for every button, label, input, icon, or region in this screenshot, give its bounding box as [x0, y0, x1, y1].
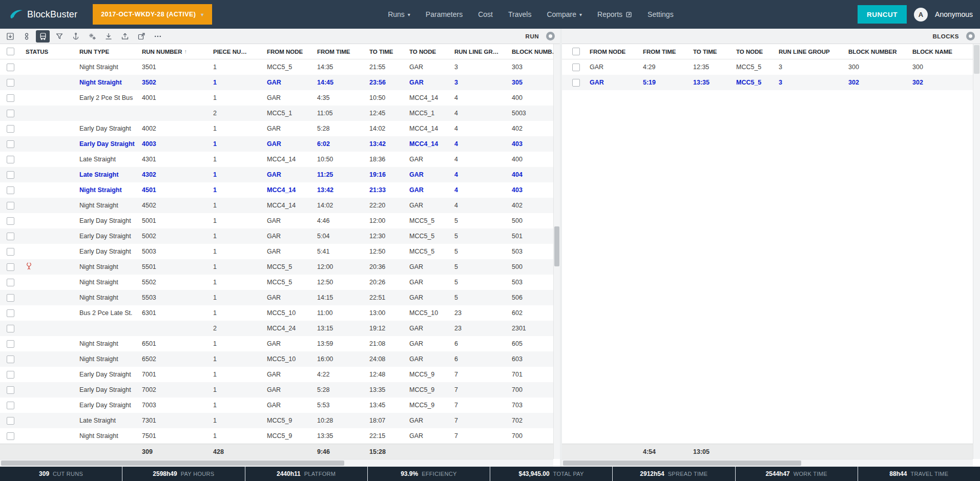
- run-table-row[interactable]: Late Straight 7301 1 MCC5_9 10:28 18:07 …: [0, 413, 553, 428]
- blocks-horizontal-scrollbar[interactable]: [562, 459, 973, 467]
- blocks-table-row[interactable]: GAR 4:29 12:35 MCC5_5 3 300 300: [562, 59, 973, 75]
- nav-menu-item[interactable]: Settings: [648, 10, 674, 18]
- scenario-selector-button[interactable]: 2017-OCT-WKDY-28 (ACTIVE) ▾: [93, 4, 212, 25]
- col-to-node[interactable]: TO NODE: [404, 49, 449, 55]
- col-piece-number[interactable]: PIECE NU…: [208, 49, 262, 55]
- run-table-row[interactable]: Early Day Straight 7002 1 GAR 5:28 13:35…: [0, 382, 553, 398]
- row-checkbox[interactable]: [7, 294, 14, 302]
- run-table-row[interactable]: Early Day Straight 4002 1 GAR 5:28 14:02…: [0, 121, 553, 136]
- scrollbar-thumb[interactable]: [974, 45, 979, 74]
- link-icon[interactable]: [19, 30, 33, 43]
- gears-icon[interactable]: [85, 30, 99, 43]
- hook-icon[interactable]: [69, 30, 82, 43]
- run-table-row[interactable]: Night Straight 6502 1 MCC5_10 16:00 24:0…: [0, 351, 553, 367]
- col-run-number[interactable]: RUN NUMBER↑: [137, 49, 208, 55]
- col-to-time[interactable]: TO TIME: [364, 49, 404, 55]
- row-checkbox[interactable]: [7, 110, 14, 117]
- run-table-row[interactable]: Early Day Straight 5002 1 GAR 5:04 12:30…: [0, 228, 553, 244]
- nav-menu-item[interactable]: Parameters: [426, 10, 463, 18]
- filter-icon[interactable]: [52, 30, 66, 43]
- row-checkbox[interactable]: [7, 186, 14, 194]
- run-table-row[interactable]: Night Straight 5501 1 MCC5_5 12:00 20:36…: [0, 259, 553, 275]
- col-from-time[interactable]: FROM TIME: [312, 49, 364, 55]
- run-table-row[interactable]: Night Straight 4501 1 MCC4_14 13:42 21:3…: [0, 182, 553, 198]
- nav-menu-item[interactable]: Cost: [478, 10, 493, 18]
- run-table-row[interactable]: Late Straight 4302 1 GAR 11:25 19:16 GAR…: [0, 167, 553, 182]
- nav-menu-item[interactable]: Travels: [508, 10, 531, 18]
- col-run-type[interactable]: RUN TYPE: [74, 49, 137, 55]
- scrollbar-thumb[interactable]: [554, 226, 559, 266]
- run-table-row[interactable]: Early Day Straight 7001 1 GAR 4:22 12:48…: [0, 367, 553, 382]
- run-table-row[interactable]: Night Straight 3502 1 GAR 14:45 23:56 GA…: [0, 75, 553, 90]
- run-panel-toggle-icon[interactable]: [546, 32, 555, 40]
- external-link-icon[interactable]: [134, 30, 148, 43]
- more-options-icon[interactable]: [151, 30, 164, 43]
- col-block-name[interactable]: BLOCK NAME: [906, 49, 973, 55]
- row-checkbox[interactable]: [7, 94, 14, 102]
- col-to-time[interactable]: TO TIME: [687, 49, 730, 55]
- run-table-row[interactable]: Early 2 Pce St Bus 4001 1 GAR 4:35 10:50…: [0, 90, 553, 106]
- row-checkbox[interactable]: [572, 64, 580, 71]
- run-table-row[interactable]: Early Day Straight 5001 1 GAR 4:46 12:00…: [0, 213, 553, 228]
- col-run-line-group[interactable]: RUN LINE GR…: [449, 49, 507, 55]
- run-table-row[interactable]: Night Straight 7501 1 MCC5_9 13:35 22:15…: [0, 428, 553, 444]
- row-checkbox[interactable]: [7, 340, 14, 348]
- col-to-node[interactable]: TO NODE: [730, 49, 773, 55]
- col-block-number[interactable]: BLOCK NUMB…: [507, 49, 553, 55]
- col-status[interactable]: STATUS: [20, 49, 74, 55]
- scrollbar-thumb[interactable]: [563, 461, 801, 466]
- col-block-number[interactable]: BLOCK NUMBER: [842, 49, 906, 55]
- run-table-row[interactable]: Late Straight 4301 1 MCC4_14 10:50 18:36…: [0, 152, 553, 167]
- scrollbar-thumb[interactable]: [1, 461, 344, 466]
- export-icon[interactable]: [118, 30, 132, 43]
- row-checkbox[interactable]: [7, 325, 14, 332]
- run-table-row[interactable]: Early Day Straight 5003 1 GAR 5:41 12:50…: [0, 244, 553, 259]
- run-table-row[interactable]: Night Straight 5502 1 MCC5_5 12:50 20:26…: [0, 275, 553, 290]
- blocks-table-row[interactable]: GAR 5:19 13:35 MCC5_5 3 302 302: [562, 75, 973, 90]
- row-checkbox[interactable]: [7, 64, 14, 71]
- run-table-row[interactable]: Night Straight 4502 1 MCC4_14 14:02 22:2…: [0, 198, 553, 213]
- col-from-node[interactable]: FROM NODE: [583, 49, 637, 55]
- import-icon[interactable]: [3, 30, 17, 43]
- row-checkbox[interactable]: [7, 140, 14, 148]
- run-vertical-scrollbar[interactable]: [553, 44, 560, 459]
- col-run-line-group[interactable]: RUN LINE GROUP: [773, 49, 842, 55]
- row-checkbox[interactable]: [7, 79, 14, 87]
- row-checkbox[interactable]: [7, 248, 14, 256]
- download-icon[interactable]: [101, 30, 115, 43]
- col-from-time[interactable]: FROM TIME: [637, 49, 687, 55]
- col-from-node[interactable]: FROM NODE: [262, 49, 312, 55]
- row-checkbox[interactable]: [7, 386, 14, 394]
- run-table-row[interactable]: Early Day Straight 7003 1 GAR 5:53 13:45…: [0, 398, 553, 413]
- run-table-row[interactable]: 2 MCC4_24 13:15 19:12 GAR 23 2301: [0, 321, 553, 336]
- run-table-row[interactable]: Bus 2 Pce Late St. 6301 1 MCC5_10 11:00 …: [0, 305, 553, 321]
- row-checkbox[interactable]: [7, 171, 14, 179]
- avatar[interactable]: A: [914, 8, 928, 22]
- run-table-row[interactable]: Night Straight 3501 1 MCC5_5 14:35 21:55…: [0, 59, 553, 75]
- row-checkbox[interactable]: [7, 279, 14, 286]
- select-all-checkbox[interactable]: [572, 48, 580, 55]
- row-checkbox[interactable]: [7, 263, 14, 271]
- run-table-row[interactable]: 2 MCC5_1 11:05 12:45 MCC5_1 4 5003: [0, 106, 553, 121]
- row-checkbox[interactable]: [7, 125, 14, 133]
- row-checkbox[interactable]: [7, 402, 14, 409]
- nav-menu-item[interactable]: Reports: [597, 10, 632, 18]
- runcut-button[interactable]: RUNCUT: [858, 5, 907, 24]
- run-table-row[interactable]: Night Straight 5503 1 GAR 14:15 22:51 GA…: [0, 290, 553, 305]
- nav-menu-item[interactable]: Compare ▾: [547, 10, 582, 18]
- row-checkbox[interactable]: [7, 432, 14, 440]
- row-checkbox[interactable]: [7, 355, 14, 363]
- nav-menu-item[interactable]: Runs ▾: [388, 10, 410, 18]
- row-checkbox[interactable]: [7, 417, 14, 425]
- row-checkbox[interactable]: [7, 309, 14, 317]
- blocks-panel-toggle-icon[interactable]: [966, 32, 975, 40]
- blocks-vertical-scrollbar[interactable]: [973, 44, 980, 459]
- row-checkbox[interactable]: [7, 217, 14, 225]
- run-table-row[interactable]: Early Day Straight 4003 1 GAR 6:02 13:42…: [0, 136, 553, 152]
- row-checkbox[interactable]: [7, 371, 14, 379]
- row-checkbox[interactable]: [7, 233, 14, 240]
- row-checkbox[interactable]: [7, 202, 14, 210]
- select-all-checkbox[interactable]: [7, 48, 14, 55]
- run-table-row[interactable]: Night Straight 6501 1 GAR 13:59 21:08 GA…: [0, 336, 553, 351]
- run-horizontal-scrollbar[interactable]: [0, 459, 553, 467]
